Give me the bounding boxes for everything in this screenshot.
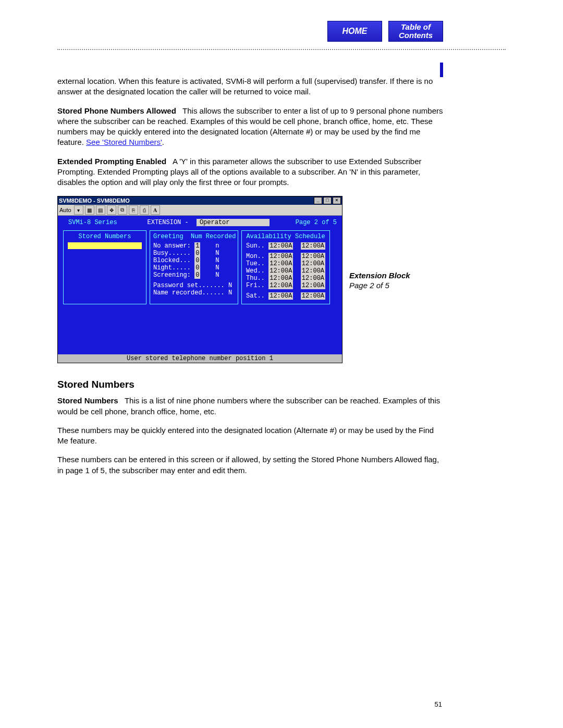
extension-label: EXTENSION - xyxy=(143,219,192,226)
stored-allowed-paragraph: Stored Phone Numbers Allowed This allows… xyxy=(57,106,443,148)
stored-number-selected-slot[interactable] xyxy=(68,242,142,249)
schedule-row-tue: Tue.. 12:00A 12:00A xyxy=(246,260,325,267)
stored-numbers-title: Stored Numbers xyxy=(68,233,142,240)
toc-line1: Table of xyxy=(401,22,431,31)
schedule-row-thu: Thu.. 12:00A 12:00A xyxy=(246,275,325,282)
toolbar-font-icon[interactable]: A xyxy=(151,205,160,215)
greeting-row-busy: Busy...... 0 N xyxy=(153,250,235,257)
greeting-panel: Greeting Num Recorded No answer: 1 n Bus… xyxy=(150,230,238,304)
schedule-row-fri: Fri.. 12:00A 12:00A xyxy=(246,282,325,289)
toolbar-auto-label: Auto xyxy=(59,207,71,213)
stored-numbers-heading: Stored Numbers xyxy=(57,379,443,390)
greeting-row-blocked: Blocked... 0 N xyxy=(153,257,235,264)
figure-caption: Extension Block Page 2 of 5 xyxy=(349,271,410,290)
toc-button[interactable]: Table ofContents xyxy=(388,21,443,42)
terminal-titlebar: SVM8DEMO - SVM8DEMO _ □ × xyxy=(58,196,342,205)
home-button[interactable]: HOME xyxy=(327,21,382,42)
terminal-footer-message: User stored telephone number position 1 xyxy=(58,354,342,363)
terminal-window: SVM8DEMO - SVM8DEMO _ □ × Auto ▾ ▦ ▤ ✥ ⧉… xyxy=(57,196,342,363)
stored-numbers-p2: These numbers may be quickly entered int… xyxy=(57,425,443,447)
intro-paragraph: external location. When this feature is … xyxy=(57,76,443,97)
side-accent-bar xyxy=(440,63,443,77)
schedule-title: Availability Schedule xyxy=(246,233,325,240)
toolbar-icon-2[interactable]: ▤ xyxy=(96,205,105,215)
page-number: 51 xyxy=(435,700,442,708)
schedule-row-wed: Wed.. 12:00A 12:00A xyxy=(246,267,325,275)
minimize-icon[interactable]: _ xyxy=(314,197,322,204)
figure-caption-title: Extension Block xyxy=(349,271,410,280)
toolbar-icon-3[interactable]: ✥ xyxy=(107,205,116,215)
close-icon[interactable]: × xyxy=(333,197,341,204)
terminal-toolbar: Auto ▾ ▦ ▤ ✥ ⧉ ⎘ ⎙ A xyxy=(58,205,342,216)
name-recorded-row: Name recorded...... N xyxy=(153,289,235,297)
see-stored-numbers-link[interactable]: See 'Stored Numbers' xyxy=(86,138,162,146)
greeting-row-screening: Screening: 0 N xyxy=(153,272,235,279)
series-label: SVMi-8 Series xyxy=(68,219,117,226)
toolbar-dropdown-icon[interactable]: ▾ xyxy=(74,205,83,215)
schedule-row-mon: Mon.. 12:00A 12:00A xyxy=(246,253,325,260)
greeting-row-noanswer: No answer: 1 n xyxy=(153,242,235,250)
schedule-row-sat: Sat.. 12:00A 12:00A xyxy=(246,292,325,300)
password-set-row: Password set....... N xyxy=(153,282,235,289)
toolbar-icon-4[interactable]: ⧉ xyxy=(118,205,127,215)
terminal-title: SVM8DEMO - SVM8DEMO xyxy=(59,198,130,204)
stored-numbers-p3: These numbers can be entered in this scr… xyxy=(57,454,443,476)
extended-prompting-paragraph: Extended Prompting Enabled A 'Y' in this… xyxy=(57,156,443,188)
figure-caption-page: Page 2 of 5 xyxy=(349,281,410,290)
stored-numbers-panel: Stored Numbers xyxy=(63,230,146,304)
toolbar-icon-5[interactable]: ⎘ xyxy=(129,205,138,215)
greeting-row-night: Night..... 0 N xyxy=(153,264,235,272)
availability-schedule-panel: Availability Schedule Sun.. 12:00A 12:00… xyxy=(241,230,330,304)
extension-value[interactable]: Operator xyxy=(197,219,270,226)
greeting-title: Greeting Num Recorded xyxy=(153,233,235,240)
stored-numbers-p1: Stored Numbers This is a list of nine ph… xyxy=(57,396,443,417)
extended-prompting-lead: Extended Prompting Enabled xyxy=(57,157,166,166)
toolbar-icon-6[interactable]: ⎙ xyxy=(140,205,149,215)
stored-allowed-lead: Stored Phone Numbers Allowed xyxy=(57,106,176,115)
toc-line2: Contents xyxy=(399,31,433,40)
schedule-row-sun: Sun.. 12:00A 12:00A xyxy=(246,242,325,250)
maximize-icon[interactable]: □ xyxy=(323,197,332,204)
toolbar-icon-1[interactable]: ▦ xyxy=(85,205,94,215)
stored-numbers-lead: Stored Numbers xyxy=(57,396,118,405)
terminal-page-indicator: Page 2 of 5 xyxy=(296,219,337,226)
